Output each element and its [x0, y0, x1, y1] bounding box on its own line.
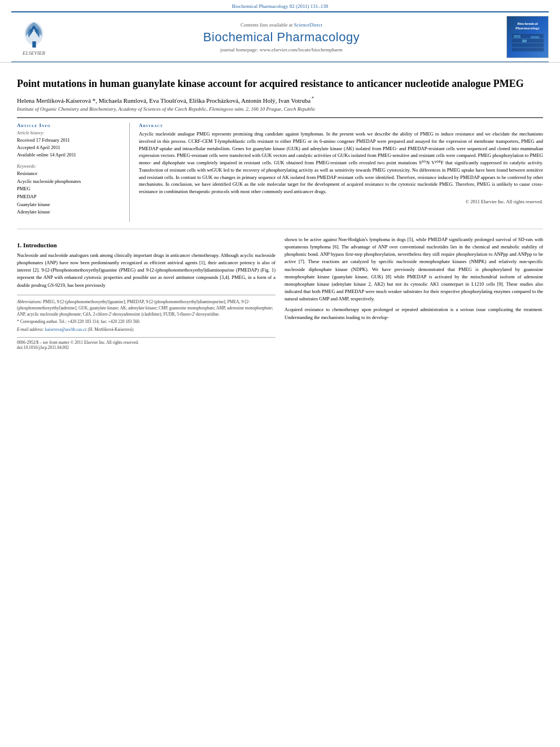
journal-header: Biochemical Pharmacology 82 (2011) 131–1…: [0, 0, 560, 63]
email-note: E-mail address: kaiserova@uochb.cas.cz (…: [17, 326, 275, 333]
cover-title: BiochemicalPharmacology: [515, 21, 540, 31]
article-info-abstract-section: Article Info Article history: Received 1…: [17, 117, 543, 222]
body-section: 1. Introduction Nucleoside and nucleotid…: [17, 236, 543, 350]
intro-para-1: Nucleoside and nucleotide analogues rank…: [17, 252, 275, 289]
keywords-list: Resistance Acyclic nucleoside phosphonat…: [17, 170, 123, 216]
elsevier-logo-svg: [19, 18, 50, 49]
abstract-text: Acyclic nucleotide analogue PMEG represe…: [139, 130, 543, 195]
corresponding-note: * Corresponding author. Tel.: +420 220 1…: [17, 318, 275, 325]
journal-ref: Biochemical Pharmacology 82 (2011) 131–1…: [232, 3, 329, 9]
journal-banner: ELSEVIER Contents lists available at Sci…: [11, 11, 549, 62]
received-date: Received 17 February 2011: [17, 137, 123, 144]
keywords-block: Keywords: Resistance Acyclic nucleoside …: [17, 164, 123, 216]
abbreviations-note: Abbreviations: PMEG, 9-[2-(phosphonometh…: [17, 299, 275, 318]
journal-cover-image: BiochemicalPharmacology: [506, 16, 549, 58]
copyright-line1: 0006-2952/$ – see front matter © 2011 El…: [17, 340, 275, 345]
email-suffix: (H. Mertlíková-Kaiserová).: [88, 327, 134, 332]
corresponding-label: * Corresponding author. Tel.: +420 220 1…: [17, 319, 141, 324]
keyword-6: Adenylate kinase: [17, 208, 123, 216]
intro-right-text: shown to be active against Non-Hodgkin's…: [285, 236, 543, 321]
page-container: Biochemical Pharmacology 82 (2011) 131–1…: [0, 0, 560, 747]
affiliation: Institute of Organic Chemistry and Bioch…: [17, 106, 543, 112]
svg-rect-6: [514, 35, 520, 38]
abbreviations-label: Abbreviations:: [17, 299, 42, 304]
journal-homepage: journal homepage: www.elsevier.com/locat…: [56, 47, 506, 53]
article-content: Point mutations in human guanylate kinas…: [0, 63, 560, 356]
keyword-3: PMEG: [17, 185, 123, 193]
available-date: Available online 14 April 2011: [17, 151, 123, 159]
body-right-column: shown to be active against Non-Hodgkin's…: [285, 236, 543, 350]
article-history-block: Article history: Received 17 February 20…: [17, 130, 123, 158]
journal-top-bar: Biochemical Pharmacology 82 (2011) 131–1…: [11, 3, 549, 9]
article-title: Point mutations in human guanylate kinas…: [17, 77, 543, 90]
svg-rect-8: [531, 36, 539, 38]
elsevier-text: ELSEVIER: [23, 50, 45, 56]
cover-graphic: [511, 33, 545, 53]
intro-left-text: Nucleoside and nucleotide analogues rank…: [17, 252, 275, 289]
accepted-date: Accepted 4 April 2011: [17, 144, 123, 151]
article-info-heading: Article Info: [17, 123, 123, 128]
abstract-heading: Abstract: [139, 123, 543, 128]
email-address[interactable]: kaiserova@uochb.cas.cz: [45, 327, 87, 332]
intro-para-right-1: shown to be active against Non-Hodgkin's…: [285, 236, 543, 303]
body-left-column: 1. Introduction Nucleoside and nucleotid…: [17, 236, 275, 350]
sciencedirect-link[interactable]: ScienceDirect: [294, 22, 322, 28]
authors: Helena Mertlíková-Kaiserová *, Michaela …: [17, 96, 543, 104]
abbreviations-text: PMEG, 9-[2-(phosphonomethoxyethyl)guanin…: [17, 299, 273, 317]
email-label: E-mail address:: [17, 327, 44, 332]
keyword-1: Resistance: [17, 170, 123, 178]
keyword-4: PMEDAP: [17, 193, 123, 201]
svg-rect-7: [522, 40, 527, 42]
elsevier-logo: ELSEVIER: [11, 18, 56, 56]
history-label: Article history:: [17, 130, 123, 136]
keyword-2: Acyclic nucleoside phosphonates: [17, 178, 123, 186]
abstract-copyright: © 2011 Elsevier Inc. All rights reserved…: [139, 199, 543, 204]
abstract-paragraph: Acyclic nucleotide analogue PMEG represe…: [139, 130, 543, 195]
journal-main-title: Biochemical Pharmacology: [56, 30, 506, 45]
journal-title-center: Contents lists available at ScienceDirec…: [56, 22, 506, 53]
keyword-5: Guanylate kinase: [17, 201, 123, 209]
section-divider: [17, 229, 543, 229]
introduction-title: 1. Introduction: [17, 242, 275, 248]
keywords-label: Keywords:: [17, 164, 123, 169]
contents-line: Contents lists available at ScienceDirec…: [56, 22, 506, 28]
abstract-column: Abstract Acyclic nucleotide analogue PME…: [139, 123, 543, 222]
footnotes-area: Abbreviations: PMEG, 9-[2-(phosphonometh…: [17, 295, 275, 333]
article-info-column: Article Info Article history: Received 1…: [17, 123, 130, 222]
corresponding-author-marker: *: [310, 96, 314, 101]
intro-para-right-2: Acquired resistance to chemotherapy upon…: [285, 306, 543, 321]
bottom-copyright: 0006-2952/$ – see front matter © 2011 El…: [17, 337, 275, 350]
copyright-line2: doi:10.1016/j.bcp.2011.04.002: [17, 345, 275, 350]
